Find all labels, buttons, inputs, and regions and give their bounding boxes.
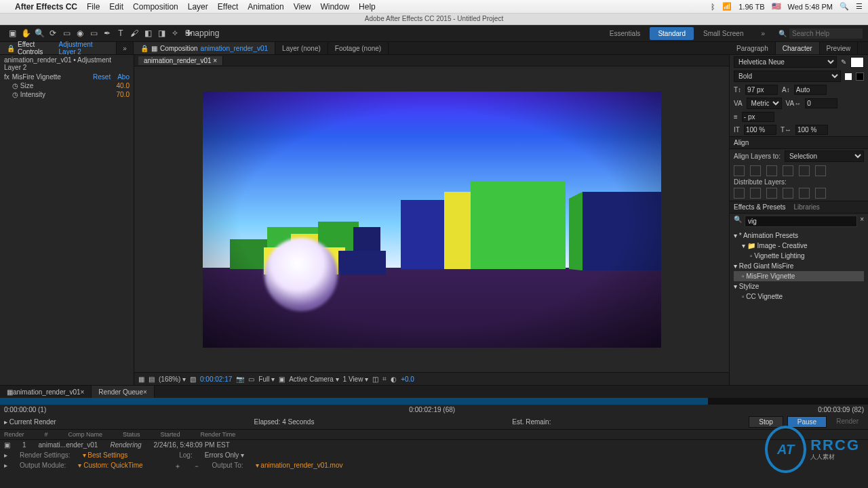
col-comp[interactable]: Comp Name [68, 431, 103, 438]
status-wifi-icon[interactable]: 📶 [722, 2, 732, 11]
close-icon[interactable]: × [213, 57, 217, 64]
remove-output-icon[interactable]: － [193, 462, 200, 471]
workspace-standard[interactable]: Standard [650, 27, 694, 40]
current-time[interactable]: 0:00:02:17 [200, 375, 232, 383]
zoom-dropdown[interactable]: (168%) ▾ [159, 375, 186, 383]
align-left-icon[interactable] [734, 165, 745, 176]
dist-right-icon[interactable] [815, 188, 826, 199]
status-clock[interactable]: Wed 5:48 PM [788, 3, 833, 11]
twirl-icon[interactable]: ▸ [4, 462, 7, 471]
shape-tool-icon[interactable]: ▭ [87, 26, 100, 40]
resolution-dropdown[interactable]: Full ▾ [258, 375, 275, 383]
param-size[interactable]: ◷ Size 40.0 [0, 81, 134, 90]
zoom-tool-icon[interactable]: 🔍 [33, 26, 46, 40]
menu-layer[interactable]: Layer [188, 2, 208, 12]
font-size-input[interactable] [745, 85, 778, 95]
effects-search-input[interactable] [745, 216, 857, 227]
tree-category[interactable]: ▾ Stylize [734, 281, 864, 291]
dist-left-icon[interactable] [783, 188, 793, 199]
about-link[interactable]: Abo [117, 73, 130, 81]
rotate-tool-icon[interactable]: ⟳ [46, 26, 60, 40]
tab-timeline-comp[interactable]: ▦ animation_render_v01 × [0, 386, 92, 398]
exposure-value[interactable]: +0.0 [401, 375, 414, 383]
tree-category[interactable]: ▾ Red Giant MisFire [734, 261, 864, 271]
tab-paragraph[interactable]: Paragraph [730, 42, 776, 54]
tab-preview[interactable]: Preview [820, 42, 859, 54]
reset-button[interactable]: Reset [93, 73, 111, 81]
param-intensity[interactable]: ◷ Intensity 70.0 [0, 90, 134, 99]
camera-dropdown[interactable]: Active Camera ▾ [289, 375, 338, 383]
channel-icon[interactable]: ◐ [391, 375, 397, 383]
tree-category[interactable]: ▾ 📁 Image - Creative [734, 241, 864, 251]
col-started[interactable]: Started [161, 431, 180, 438]
hand-tool-icon[interactable]: ✋ [19, 26, 33, 40]
menu-help[interactable]: Help [359, 2, 376, 12]
col-num[interactable]: # [45, 431, 48, 438]
stopwatch-icon[interactable]: ◷ [12, 91, 18, 98]
col-status[interactable]: Status [123, 431, 140, 438]
align-hcenter-icon[interactable] [750, 165, 761, 176]
tab-footage[interactable]: Footage (none) [328, 42, 389, 54]
menu-edit[interactable]: Edit [109, 2, 123, 12]
close-icon[interactable]: × [143, 388, 147, 396]
log-dropdown[interactable]: Errors Only ▾ [205, 451, 244, 459]
twirl-icon[interactable]: ▸ [4, 418, 7, 426]
tree-preset[interactable]: ▫ Vignette Lighting [734, 251, 864, 261]
region-icon[interactable]: ▭ [248, 375, 254, 383]
views-dropdown[interactable]: 1 View ▾ [343, 375, 369, 383]
snapping-toggle[interactable]: Snapping [195, 26, 209, 40]
workspace-switcher[interactable]: Essentials Standard Small Screen » [601, 27, 773, 40]
workspace-smallscreen[interactable]: Small Screen [695, 27, 751, 40]
help-search-input[interactable] [789, 28, 863, 39]
output-module-link[interactable]: ▾ Custom: QuickTime [78, 462, 142, 471]
menu-animation[interactable]: Animation [248, 2, 283, 12]
notifications-icon[interactable]: ☰ [856, 2, 863, 11]
tab-layer[interactable]: Layer (none) [275, 42, 328, 54]
eraser-tool-icon[interactable]: ◨ [155, 26, 168, 40]
col-rendertime[interactable]: Render Time [201, 431, 236, 438]
tree-preset-selected[interactable]: ▫ MisFire Vignette [734, 271, 864, 281]
mask-icon[interactable]: ▣ [279, 375, 285, 383]
eyedropper-icon[interactable]: ✎ [841, 58, 846, 66]
param-intensity-value[interactable]: 70.0 [117, 91, 130, 98]
kerning-dropdown[interactable]: Metrics [747, 98, 782, 109]
pan-behind-tool-icon[interactable]: ◉ [73, 26, 87, 40]
stroke-swatch[interactable] [845, 73, 852, 80]
render-settings-link[interactable]: ▾ Best Settings [83, 451, 128, 459]
align-target-dropdown[interactable]: Selection [785, 150, 864, 162]
grid-icon[interactable]: ▦ [138, 375, 144, 383]
spotlight-icon[interactable]: 🔍 [840, 2, 849, 11]
menu-file[interactable]: File [87, 2, 100, 12]
stroke-width-input[interactable] [742, 112, 774, 122]
close-icon[interactable]: × [81, 388, 85, 396]
queue-checkbox[interactable]: ▣ [4, 441, 10, 449]
snapshot-icon[interactable]: 📷 [236, 375, 244, 383]
tree-category[interactable]: ▾ * Animation Presets [734, 230, 864, 241]
tracking-input[interactable] [805, 98, 837, 108]
tab-composition[interactable]: 🔒 ▦ Composition animation_render_v01 [134, 42, 275, 54]
tab-character[interactable]: Character [776, 42, 820, 54]
param-size-value[interactable]: 40.0 [117, 82, 130, 89]
font-weight-dropdown[interactable]: Bold [734, 70, 841, 82]
workspace-overflow-icon[interactable]: » [753, 27, 773, 40]
font-family-dropdown[interactable]: Helvetica Neue [734, 56, 837, 68]
tab-effects-presets[interactable]: Effects & Presets [734, 203, 786, 211]
output-to-link[interactable]: ▾ animation_render_v01.mov [256, 462, 343, 471]
lock-icon[interactable]: 🔒 [140, 45, 149, 52]
tab-libraries[interactable]: Libraries [794, 203, 820, 211]
hscale-input[interactable] [795, 125, 828, 135]
pause-button[interactable]: Pause [787, 416, 827, 428]
align-bottom-icon[interactable] [815, 165, 826, 176]
tab-effect-controls[interactable]: 🔒 Effect Controls Adjustment Layer 2 [0, 42, 117, 54]
menu-composition[interactable]: Composition [133, 2, 178, 12]
menu-window[interactable]: Window [320, 2, 349, 12]
resolution-icon[interactable]: ▧ [190, 375, 196, 383]
vscale-input[interactable] [744, 125, 776, 135]
clear-icon[interactable]: × [860, 216, 864, 227]
twirl-icon[interactable]: ▸ [4, 451, 7, 459]
lock-icon[interactable]: 🔒 [7, 45, 15, 52]
leading-input[interactable] [794, 85, 827, 95]
selection-tool-icon[interactable]: ▣ [5, 26, 19, 40]
brush-tool-icon[interactable]: 🖌 [127, 26, 141, 40]
col-render[interactable]: Render [4, 431, 24, 438]
